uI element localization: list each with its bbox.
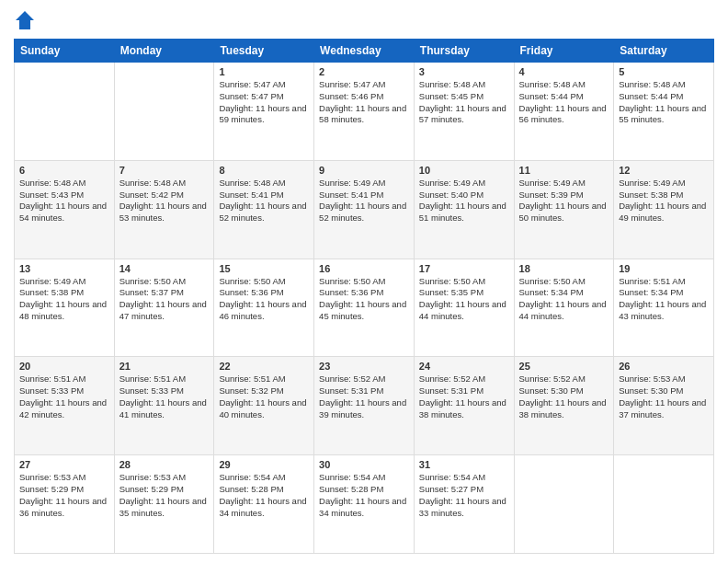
day-number: 4: [519, 66, 609, 77]
calendar-cell: 2Sunrise: 5:47 AM Sunset: 5:46 PM Daylig…: [314, 63, 415, 161]
calendar-cell: 3Sunrise: 5:48 AM Sunset: 5:45 PM Daylig…: [414, 63, 514, 161]
day-number: 5: [619, 66, 709, 77]
calendar-cell: 17Sunrise: 5:50 AM Sunset: 5:35 PM Dayli…: [414, 259, 514, 357]
calendar-cell: 13Sunrise: 5:49 AM Sunset: 5:38 PM Dayli…: [15, 259, 115, 357]
header: [14, 9, 714, 31]
day-number: 9: [319, 165, 409, 176]
calendar-week-row: 20Sunrise: 5:51 AM Sunset: 5:33 PM Dayli…: [15, 357, 714, 455]
calendar-cell: [614, 455, 714, 554]
day-number: 7: [119, 165, 210, 176]
day-number: 2: [319, 66, 409, 77]
cell-info: Sunrise: 5:54 AM Sunset: 5:28 PM Dayligh…: [219, 472, 309, 519]
calendar-cell: 4Sunrise: 5:48 AM Sunset: 5:44 PM Daylig…: [514, 63, 614, 161]
calendar-cell: 18Sunrise: 5:50 AM Sunset: 5:34 PM Dayli…: [514, 259, 614, 357]
cell-info: Sunrise: 5:49 AM Sunset: 5:40 PM Dayligh…: [419, 178, 509, 224]
cell-info: Sunrise: 5:54 AM Sunset: 5:27 PM Dayligh…: [419, 472, 509, 519]
calendar-cell: 30Sunrise: 5:54 AM Sunset: 5:28 PM Dayli…: [314, 455, 415, 554]
cell-info: Sunrise: 5:48 AM Sunset: 5:42 PM Dayligh…: [119, 178, 210, 224]
day-number: 31: [419, 459, 509, 470]
day-number: 24: [419, 361, 509, 372]
cell-info: Sunrise: 5:49 AM Sunset: 5:38 PM Dayligh…: [619, 178, 709, 224]
calendar-cell: 1Sunrise: 5:47 AM Sunset: 5:47 PM Daylig…: [214, 63, 314, 161]
cell-info: Sunrise: 5:50 AM Sunset: 5:37 PM Dayligh…: [119, 276, 210, 323]
day-number: 13: [19, 263, 109, 274]
calendar-cell: 8Sunrise: 5:48 AM Sunset: 5:41 PM Daylig…: [214, 160, 314, 259]
day-number: 11: [519, 165, 609, 176]
day-number: 29: [219, 459, 309, 470]
day-number: 3: [419, 66, 509, 77]
calendar-cell: 5Sunrise: 5:48 AM Sunset: 5:44 PM Daylig…: [614, 63, 714, 161]
calendar-cell: 14Sunrise: 5:50 AM Sunset: 5:37 PM Dayli…: [114, 259, 214, 357]
cell-info: Sunrise: 5:49 AM Sunset: 5:39 PM Dayligh…: [519, 178, 609, 224]
cell-info: Sunrise: 5:49 AM Sunset: 5:38 PM Dayligh…: [19, 276, 109, 323]
cell-info: Sunrise: 5:52 AM Sunset: 5:30 PM Dayligh…: [519, 373, 609, 420]
calendar-cell: 24Sunrise: 5:52 AM Sunset: 5:31 PM Dayli…: [414, 357, 514, 455]
day-number: 12: [619, 165, 709, 176]
logo: [14, 9, 40, 31]
calendar-cell: 28Sunrise: 5:53 AM Sunset: 5:29 PM Dayli…: [114, 455, 214, 554]
calendar-cell: [15, 63, 115, 161]
cell-info: Sunrise: 5:49 AM Sunset: 5:41 PM Dayligh…: [319, 178, 409, 224]
calendar-cell: 10Sunrise: 5:49 AM Sunset: 5:40 PM Dayli…: [414, 160, 514, 259]
calendar-week-row: 1Sunrise: 5:47 AM Sunset: 5:47 PM Daylig…: [15, 63, 714, 161]
cell-info: Sunrise: 5:51 AM Sunset: 5:33 PM Dayligh…: [119, 373, 210, 420]
calendar-cell: 15Sunrise: 5:50 AM Sunset: 5:36 PM Dayli…: [214, 259, 314, 357]
calendar-cell: 6Sunrise: 5:48 AM Sunset: 5:43 PM Daylig…: [15, 160, 115, 259]
day-number: 25: [519, 361, 609, 372]
day-number: 18: [519, 263, 609, 274]
calendar-cell: 25Sunrise: 5:52 AM Sunset: 5:30 PM Dayli…: [514, 357, 614, 455]
day-number: 27: [19, 459, 109, 470]
cell-info: Sunrise: 5:50 AM Sunset: 5:35 PM Dayligh…: [419, 276, 509, 323]
calendar-day-header: Sunday: [15, 40, 115, 63]
cell-info: Sunrise: 5:50 AM Sunset: 5:36 PM Dayligh…: [219, 276, 309, 323]
day-number: 15: [219, 263, 309, 274]
day-number: 26: [619, 361, 709, 372]
calendar-cell: 11Sunrise: 5:49 AM Sunset: 5:39 PM Dayli…: [514, 160, 614, 259]
day-number: 19: [619, 263, 709, 274]
cell-info: Sunrise: 5:53 AM Sunset: 5:29 PM Dayligh…: [119, 472, 210, 519]
day-number: 20: [19, 361, 109, 372]
cell-info: Sunrise: 5:53 AM Sunset: 5:30 PM Dayligh…: [619, 373, 709, 420]
day-number: 17: [419, 263, 509, 274]
day-number: 22: [219, 361, 309, 372]
calendar-cell: 29Sunrise: 5:54 AM Sunset: 5:28 PM Dayli…: [214, 455, 314, 554]
day-number: 1: [219, 66, 309, 77]
calendar-cell: 23Sunrise: 5:52 AM Sunset: 5:31 PM Dayli…: [314, 357, 415, 455]
calendar-table: SundayMondayTuesdayWednesdayThursdayFrid…: [14, 39, 714, 554]
day-number: 23: [319, 361, 409, 372]
cell-info: Sunrise: 5:47 AM Sunset: 5:46 PM Dayligh…: [319, 79, 409, 126]
cell-info: Sunrise: 5:48 AM Sunset: 5:41 PM Dayligh…: [219, 178, 309, 224]
cell-info: Sunrise: 5:51 AM Sunset: 5:33 PM Dayligh…: [19, 373, 109, 420]
calendar-cell: 22Sunrise: 5:51 AM Sunset: 5:32 PM Dayli…: [214, 357, 314, 455]
calendar-cell: 31Sunrise: 5:54 AM Sunset: 5:27 PM Dayli…: [414, 455, 514, 554]
calendar-day-header: Tuesday: [214, 40, 314, 63]
calendar-cell: 7Sunrise: 5:48 AM Sunset: 5:42 PM Daylig…: [114, 160, 214, 259]
cell-info: Sunrise: 5:48 AM Sunset: 5:44 PM Dayligh…: [619, 79, 709, 126]
cell-info: Sunrise: 5:48 AM Sunset: 5:45 PM Dayligh…: [419, 79, 509, 126]
cell-info: Sunrise: 5:53 AM Sunset: 5:29 PM Dayligh…: [19, 472, 109, 519]
day-number: 14: [119, 263, 210, 274]
calendar-week-row: 6Sunrise: 5:48 AM Sunset: 5:43 PM Daylig…: [15, 160, 714, 259]
calendar-cell: 9Sunrise: 5:49 AM Sunset: 5:41 PM Daylig…: [314, 160, 415, 259]
calendar-day-header: Saturday: [614, 40, 714, 63]
calendar-cell: 26Sunrise: 5:53 AM Sunset: 5:30 PM Dayli…: [614, 357, 714, 455]
day-number: 21: [119, 361, 210, 372]
calendar-day-header: Friday: [514, 40, 614, 63]
day-number: 10: [419, 165, 509, 176]
cell-info: Sunrise: 5:48 AM Sunset: 5:44 PM Dayligh…: [519, 79, 609, 126]
page: SundayMondayTuesdayWednesdayThursdayFrid…: [0, 0, 728, 563]
calendar-cell: 16Sunrise: 5:50 AM Sunset: 5:36 PM Dayli…: [314, 259, 415, 357]
cell-info: Sunrise: 5:52 AM Sunset: 5:31 PM Dayligh…: [419, 373, 509, 420]
calendar-cell: [114, 63, 214, 161]
calendar-week-row: 13Sunrise: 5:49 AM Sunset: 5:38 PM Dayli…: [15, 259, 714, 357]
calendar-cell: 12Sunrise: 5:49 AM Sunset: 5:38 PM Dayli…: [614, 160, 714, 259]
cell-info: Sunrise: 5:50 AM Sunset: 5:34 PM Dayligh…: [519, 276, 609, 323]
calendar-header-row: SundayMondayTuesdayWednesdayThursdayFrid…: [15, 40, 714, 63]
logo-icon: [14, 9, 36, 31]
day-number: 16: [319, 263, 409, 274]
calendar-cell: 27Sunrise: 5:53 AM Sunset: 5:29 PM Dayli…: [15, 455, 115, 554]
calendar-cell: [514, 455, 614, 554]
cell-info: Sunrise: 5:51 AM Sunset: 5:34 PM Dayligh…: [619, 276, 709, 323]
calendar-week-row: 27Sunrise: 5:53 AM Sunset: 5:29 PM Dayli…: [15, 455, 714, 554]
day-number: 30: [319, 459, 409, 470]
